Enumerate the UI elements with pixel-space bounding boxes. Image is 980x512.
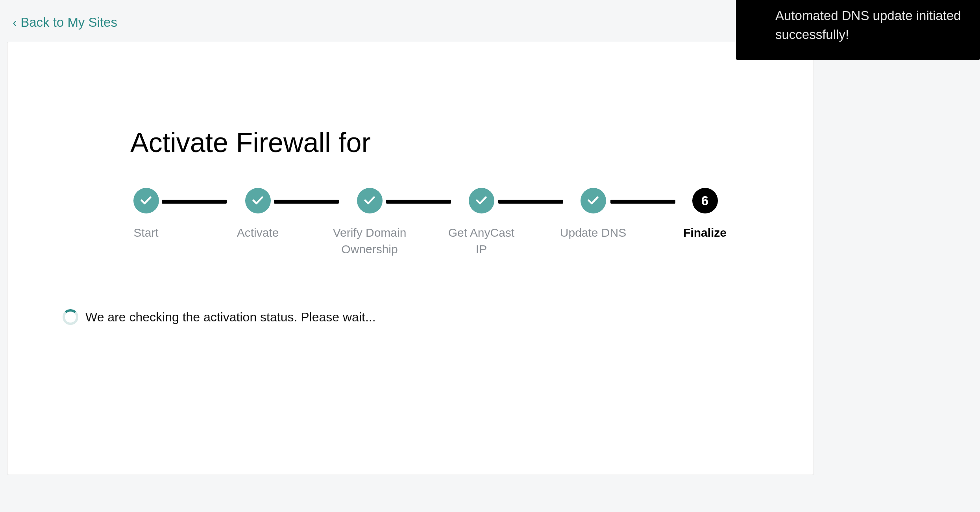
step-connector-1 (162, 200, 227, 204)
check-icon (586, 193, 600, 208)
activation-card: Activate Firewall for Start Activate (7, 42, 814, 475)
step-connector-3 (386, 200, 451, 204)
check-icon (251, 193, 264, 208)
check-icon (363, 193, 376, 208)
step-activate: Activate (218, 188, 297, 241)
back-to-my-sites-link[interactable]: ‹ Back to My Sites (0, 0, 117, 30)
step-label: Verify Domain Ownership (330, 224, 409, 258)
step-start: Start (107, 188, 185, 241)
step-label: Get AnyCast IP (442, 224, 521, 258)
step-circle-done (357, 188, 383, 213)
check-icon (475, 193, 488, 208)
spinner-icon (63, 309, 78, 325)
step-update-dns: Update DNS (554, 188, 632, 241)
status-row: We are checking the activation status. P… (63, 309, 376, 325)
status-message: We are checking the activation status. P… (85, 310, 376, 325)
check-icon (139, 193, 153, 208)
page-title: Activate Firewall for (130, 127, 371, 158)
step-label: Finalize (683, 224, 727, 241)
stepper: Start Activate Verify Domain Ownership (107, 188, 744, 258)
step-circle-done (469, 188, 494, 213)
step-circle-done (581, 188, 606, 213)
step-number: 6 (701, 193, 708, 208)
step-label: Start (133, 224, 158, 241)
toast-title: Success! (775, 0, 962, 1)
step-connector-5 (610, 200, 675, 204)
step-label: Update DNS (560, 224, 626, 241)
step-circle-done (133, 188, 159, 213)
toast-message: Automated DNS update initiated successfu… (775, 6, 962, 44)
success-toast: Success! Automated DNS update initiated … (736, 0, 980, 60)
step-verify-domain: Verify Domain Ownership (330, 188, 409, 258)
step-connector-4 (498, 200, 563, 204)
step-finalize: 6 Finalize (666, 188, 744, 241)
step-circle-current: 6 (692, 188, 718, 213)
step-connector-2 (274, 200, 339, 204)
step-anycast-ip: Get AnyCast IP (442, 188, 521, 258)
success-check-icon (749, 0, 768, 5)
step-label: Activate (237, 224, 279, 241)
step-circle-done (245, 188, 271, 213)
